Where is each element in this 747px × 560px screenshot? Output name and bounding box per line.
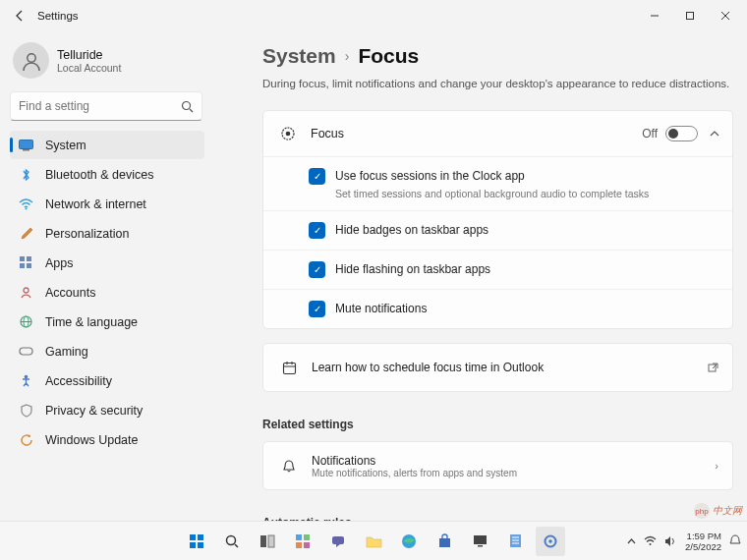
sidebar-item-network[interactable]: Network & internet <box>10 190 204 218</box>
window-title: Settings <box>37 10 79 22</box>
taskbar-taskview[interactable] <box>253 527 282 556</box>
svg-point-12 <box>24 288 29 293</box>
taskbar-edge[interactable] <box>394 527 424 556</box>
sidebar-item-privacy[interactable]: Privacy & security <box>10 396 204 424</box>
checkbox-checked-icon[interactable]: ✓ <box>309 261 325 278</box>
minimize-button[interactable] <box>637 2 672 29</box>
focus-option-clock[interactable]: ✓ Use focus sessions in the Clock app Se… <box>263 156 732 210</box>
notifications-link[interactable]: Notifications Mute notifications, alerts… <box>262 441 733 490</box>
svg-rect-32 <box>268 535 274 547</box>
svg-point-7 <box>26 207 28 209</box>
related-settings-heading: Related settings <box>262 418 733 431</box>
focus-toggle[interactable] <box>665 126 698 141</box>
wifi-icon <box>19 196 33 211</box>
search-icon <box>181 100 194 113</box>
user-profile[interactable]: Telluride Local Account <box>10 31 204 91</box>
breadcrumb-current: Focus <box>358 44 419 68</box>
svg-rect-11 <box>27 263 31 268</box>
sidebar-item-personalization[interactable]: Personalization <box>10 219 204 248</box>
focus-option-flashing[interactable]: ✓ Hide flashing on taskbar apps <box>263 250 732 289</box>
svg-line-30 <box>235 544 238 547</box>
taskbar-app[interactable] <box>465 527 494 556</box>
taskbar-search[interactable] <box>217 527 247 556</box>
focus-option-mute[interactable]: ✓ Mute notifications <box>263 289 732 328</box>
svg-point-47 <box>548 539 552 543</box>
close-button[interactable] <box>708 2 743 29</box>
svg-rect-20 <box>283 363 295 373</box>
taskbar-explorer[interactable] <box>359 527 388 556</box>
sidebar-item-accessibility[interactable]: Accessibility <box>10 366 204 395</box>
taskbar-start[interactable] <box>182 527 211 556</box>
back-button[interactable] <box>4 9 35 23</box>
taskbar-settings[interactable] <box>536 527 565 556</box>
tray-notifications-icon[interactable] <box>729 534 741 547</box>
focus-icon <box>276 126 300 141</box>
checkbox-checked-icon[interactable]: ✓ <box>309 301 325 317</box>
svg-rect-1 <box>687 13 694 20</box>
brush-icon <box>19 226 33 241</box>
svg-line-4 <box>190 109 193 112</box>
maximize-button[interactable] <box>672 2 708 29</box>
page-description: During focus, limit notifications and ch… <box>262 78 733 89</box>
sidebar-item-system[interactable]: System <box>10 131 204 159</box>
taskbar-chat[interactable] <box>323 527 353 556</box>
svg-rect-28 <box>198 542 203 548</box>
svg-rect-6 <box>23 149 29 151</box>
chevron-up-icon[interactable] <box>710 131 719 137</box>
svg-rect-9 <box>27 256 31 261</box>
svg-point-48 <box>650 543 652 545</box>
update-icon <box>19 432 33 447</box>
svg-rect-5 <box>20 140 33 148</box>
taskbar-app[interactable] <box>500 527 530 556</box>
breadcrumb: System › Focus <box>262 44 733 68</box>
tray-chevron-icon[interactable] <box>627 538 636 544</box>
tray-volume-icon[interactable] <box>664 535 677 547</box>
shield-icon <box>19 403 33 418</box>
user-name: Telluride <box>57 48 121 62</box>
focus-title: Focus <box>311 127 642 140</box>
sidebar-item-apps[interactable]: Apps <box>10 249 204 277</box>
external-link-icon <box>707 362 718 373</box>
svg-rect-27 <box>190 542 196 548</box>
svg-point-29 <box>227 535 236 544</box>
taskbar-clock[interactable]: 1:59 PM 2/5/2022 <box>685 531 721 552</box>
tray-network-icon[interactable] <box>644 535 657 546</box>
checkbox-checked-icon[interactable]: ✓ <box>309 168 325 185</box>
apps-icon <box>19 255 33 270</box>
svg-rect-35 <box>296 542 302 548</box>
svg-rect-37 <box>332 536 344 544</box>
svg-rect-10 <box>20 263 25 268</box>
focus-card-header[interactable]: Focus Off <box>263 111 732 156</box>
taskbar-widgets[interactable] <box>288 527 317 556</box>
taskbar-store[interactable] <box>430 527 459 556</box>
svg-rect-8 <box>20 256 25 261</box>
breadcrumb-parent[interactable]: System <box>262 44 336 68</box>
svg-point-17 <box>25 375 29 379</box>
svg-rect-39 <box>439 538 450 547</box>
svg-rect-41 <box>478 545 483 547</box>
svg-rect-36 <box>304 542 310 548</box>
svg-rect-33 <box>296 534 302 540</box>
sidebar-item-time[interactable]: Time & language <box>10 308 204 336</box>
sidebar-item-accounts[interactable]: Accounts <box>10 278 204 307</box>
calendar-icon <box>277 361 301 375</box>
globe-icon <box>19 314 33 329</box>
svg-rect-31 <box>260 535 266 547</box>
sidebar-item-update[interactable]: Windows Update <box>10 425 204 454</box>
watermark: php中文网 <box>694 503 742 519</box>
svg-rect-16 <box>20 348 32 355</box>
bluetooth-icon <box>19 167 33 182</box>
user-account-type: Local Account <box>57 62 121 74</box>
search-field[interactable] <box>19 99 181 113</box>
outlook-link[interactable]: Learn how to schedule focus time in Outl… <box>262 343 733 392</box>
checkbox-checked-icon[interactable]: ✓ <box>309 222 325 239</box>
svg-point-19 <box>286 132 291 137</box>
accessibility-icon <box>19 373 33 388</box>
focus-option-badges[interactable]: ✓ Hide badges on taskbar apps <box>263 210 732 250</box>
chevron-right-icon: › <box>715 460 718 472</box>
toggle-state-label: Off <box>642 127 658 140</box>
search-input[interactable] <box>10 91 202 121</box>
sidebar-item-bluetooth[interactable]: Bluetooth & devices <box>10 160 204 189</box>
sidebar-item-gaming[interactable]: Gaming <box>10 337 204 365</box>
svg-rect-24 <box>709 364 716 371</box>
